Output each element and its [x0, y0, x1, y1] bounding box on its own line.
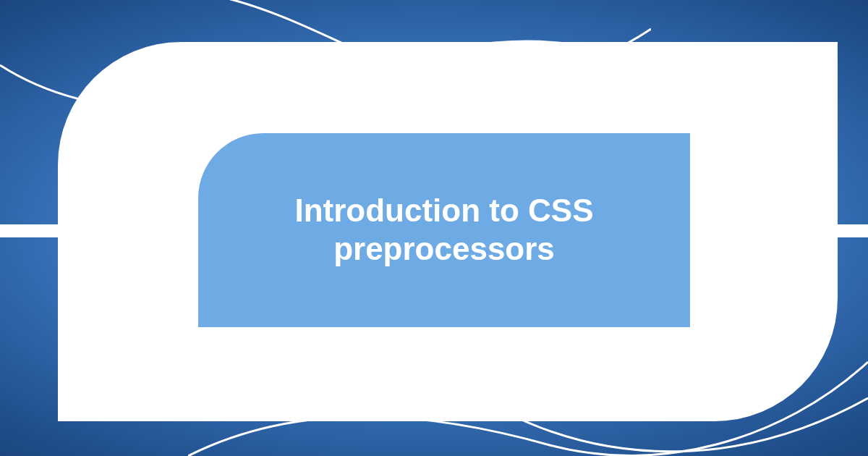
decorative-curve-bottom — [188, 333, 868, 456]
stripe-left — [0, 224, 58, 237]
title-panel: Introduction to CSS preprocessors — [198, 133, 690, 327]
stripe-right — [838, 224, 868, 237]
page-title: Introduction to CSS preprocessors — [198, 192, 690, 269]
